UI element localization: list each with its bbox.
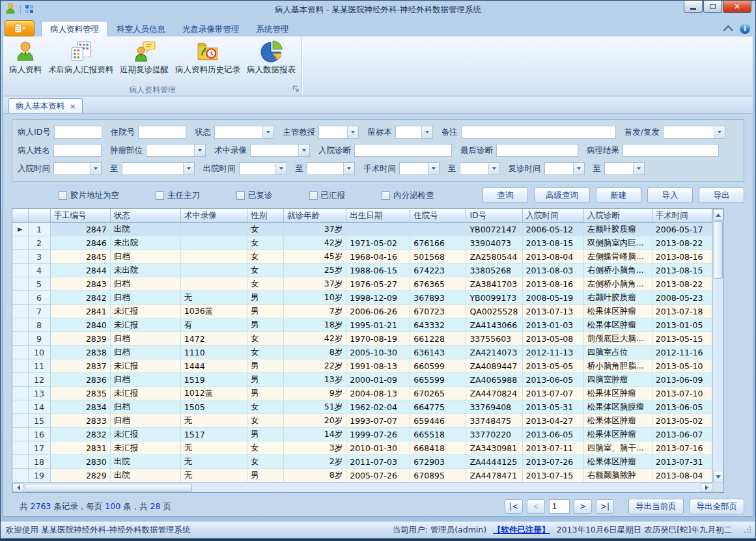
endocrine-exam-checkbox[interactable]: 内分泌检查	[382, 190, 434, 201]
table-row[interactable]: 162832未汇报1517男14岁1999-07-266655183377022…	[12, 428, 712, 441]
first-page-button[interactable]: |<	[505, 499, 523, 514]
chief-professor-select[interactable]	[318, 126, 359, 139]
postop-report-data-button[interactable]: 术后病人汇报资料	[45, 38, 117, 77]
table-row[interactable]: 52843归档女37岁1976-05-27676365ZA38417032013…	[12, 277, 712, 291]
surgery-date-to-select[interactable]	[460, 162, 500, 175]
surgery-video-select-dropdown-icon[interactable]	[298, 145, 309, 156]
column-header[interactable]: 住院号	[410, 209, 466, 223]
table-row[interactable]: 172831未汇报无女3岁2010-01-30668418ZA343098120…	[12, 441, 712, 455]
film-address-empty-checkbox-box[interactable]	[59, 191, 67, 200]
tumor-site-select-dropdown-icon[interactable]	[194, 145, 205, 156]
grid-squares-icon[interactable]	[25, 4, 34, 16]
patient-data-report-button[interactable]: 病人数据报表	[244, 38, 299, 77]
status-select-dropdown-icon[interactable]	[262, 126, 273, 138]
table-row[interactable]: 122836归档1519男13岁2000-01-09665599ZA406598…	[12, 373, 712, 387]
table-row[interactable]: 152833归档无女20岁1993-07-0765944633748475201…	[12, 414, 712, 428]
column-header[interactable]: 手术时间	[652, 209, 712, 223]
first-or-relapse-select[interactable]	[663, 126, 725, 139]
column-header[interactable]: 性别	[247, 209, 283, 223]
surgery-date-from-select-dropdown-icon[interactable]	[428, 163, 439, 174]
patient-data-button[interactable]: 病人资料	[6, 38, 45, 77]
horizontal-scrollbar[interactable]	[12, 482, 712, 492]
surgery-date-to-select-dropdown-icon[interactable]	[488, 163, 499, 174]
column-header[interactable]: 术中录像	[180, 209, 247, 223]
table-row[interactable]: 42844未出院女25岁1988-06-15674223338052682013…	[12, 264, 712, 277]
tumor-site-select[interactable]	[146, 144, 206, 157]
reported-checkbox-box[interactable]	[309, 191, 318, 200]
admission-date-from-select[interactable]	[53, 162, 102, 175]
revisit-date-from-select-dropdown-icon[interactable]	[573, 163, 584, 174]
patient-id-field[interactable]	[54, 126, 102, 139]
patient-history-record-button[interactable]: 病人资料历史记录	[172, 38, 244, 77]
discharge-date-to-select-dropdown-icon[interactable]	[343, 163, 354, 174]
revisit-date-to-select[interactable]	[604, 162, 645, 175]
column-header[interactable]: 状态	[110, 209, 180, 223]
software-registered-link[interactable]: 【软件已注册】	[493, 525, 550, 536]
export-all-pages-button[interactable]: 导出全部页	[690, 499, 745, 514]
column-header[interactable]: 入院时间	[522, 209, 583, 223]
column-header[interactable]: 出生日期	[346, 209, 410, 223]
import-button[interactable]: 导入	[647, 187, 693, 203]
admission-diagnosis-field[interactable]	[354, 144, 452, 157]
vertical-scrollbar[interactable]	[712, 209, 723, 482]
tab-patient-basic-data[interactable]: 病人基本资料 ×	[8, 98, 83, 113]
scroll-right-icon[interactable]	[701, 483, 712, 492]
table-row[interactable]: 112837未汇报1444男22岁1991-08-13660599ZA40894…	[12, 359, 712, 373]
vertical-scroll-thumb[interactable]	[714, 221, 723, 279]
table-row[interactable]: 72841未汇报1036蓝男7岁2006-06-26670723QA002552…	[12, 305, 712, 318]
reported-checkbox[interactable]: 已汇报	[309, 190, 346, 201]
revisited-checkbox-box[interactable]	[236, 191, 245, 200]
admission-date-to-select[interactable]	[122, 162, 195, 175]
table-row[interactable]: 192829出院无男8岁2005-07-26670895ZA4478471201…	[12, 469, 712, 482]
tab-close-icon[interactable]: ×	[70, 102, 76, 111]
revisit-date-from-select[interactable]	[544, 162, 585, 175]
chief-professor-select-dropdown-icon[interactable]	[347, 126, 358, 138]
status-select[interactable]	[214, 126, 274, 139]
export-button[interactable]: 导出	[699, 187, 744, 203]
chief-surgeon-checkbox-box[interactable]	[156, 191, 164, 200]
dialog-launcher-icon[interactable]	[292, 85, 300, 94]
export-current-page-button[interactable]: 导出当前页	[628, 499, 684, 514]
scroll-down-icon[interactable]	[713, 471, 723, 482]
query-button[interactable]: 查询	[483, 187, 528, 203]
recent-revisit-reminder-button[interactable]: 近期复诊提醒	[117, 38, 172, 77]
admission-number-field[interactable]	[138, 126, 186, 139]
discharge-date-from-select[interactable]	[239, 162, 287, 175]
table-row[interactable]: 102838归档1110女8岁2005-10-30636143ZA4214073…	[12, 346, 712, 359]
pathology-result-field[interactable]	[623, 144, 719, 157]
table-row[interactable]: ▶12847出院女37岁YB00721472006-05-12左额叶胶质瘤200…	[12, 223, 712, 236]
patient-name-field[interactable]	[53, 144, 102, 157]
table-row[interactable]: 82840未汇报有男18岁1995-01-21643332ZA414306620…	[12, 318, 712, 332]
chief-surgeon-checkbox[interactable]: 主任主刀	[156, 190, 200, 201]
resize-grip-icon[interactable]	[744, 525, 751, 535]
maximize-button[interactable]	[703, 1, 722, 13]
column-header[interactable]: 手工编号	[50, 209, 110, 223]
advanced-query-button[interactable]: 高级查询	[534, 187, 590, 203]
column-header[interactable]: ID号	[466, 209, 522, 223]
column-header[interactable]	[12, 209, 28, 223]
info-icon[interactable]: i	[740, 23, 750, 34]
column-header[interactable]	[28, 209, 50, 223]
table-row[interactable]: 22846未出院女42岁1971-05-02676166339040732013…	[12, 236, 712, 250]
page-number-input[interactable]	[549, 499, 570, 514]
column-header[interactable]: 入院诊断	[583, 209, 652, 223]
discharge-date-from-select-dropdown-icon[interactable]	[275, 163, 287, 174]
table-row[interactable]: 182830出院无女2岁2011-07-03672903ZA4444125201…	[12, 455, 712, 469]
application-menu-button[interactable]	[5, 20, 35, 36]
table-row[interactable]: 132835未汇报1012蓝男9岁2004-08-13670265ZA44708…	[12, 387, 712, 400]
minimize-button[interactable]	[684, 1, 703, 13]
table-row[interactable]: 32845归档女45岁1968-04-16501568ZA25805442013…	[12, 250, 712, 264]
specimen-select[interactable]	[395, 126, 433, 139]
previous-page-button[interactable]: <	[527, 499, 545, 514]
tab-department-staff-info[interactable]: 科室人员信息	[108, 21, 174, 36]
surgery-video-select[interactable]	[250, 144, 310, 157]
film-address-empty-checkbox[interactable]: 胶片地址为空	[59, 190, 119, 201]
revisit-date-to-select-dropdown-icon[interactable]	[633, 163, 644, 174]
scroll-left-icon[interactable]	[12, 483, 24, 492]
close-button[interactable]: ✕	[723, 1, 751, 13]
tab-disc-videotape-management[interactable]: 光盘录像带管理	[174, 21, 248, 36]
new-button[interactable]: 新建	[596, 187, 641, 203]
specimen-select-dropdown-icon[interactable]	[421, 126, 432, 138]
discharge-date-to-select[interactable]	[307, 162, 355, 175]
scroll-up-icon[interactable]	[713, 209, 723, 221]
